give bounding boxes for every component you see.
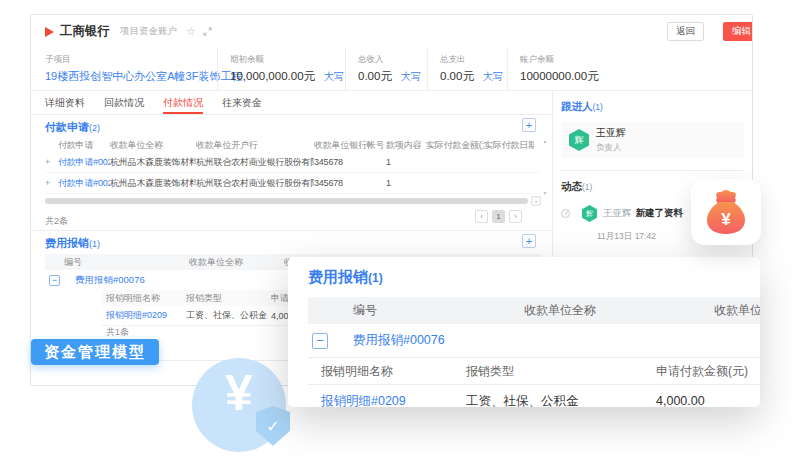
field-value: 0.00元大写 bbox=[440, 69, 497, 84]
follower-item[interactable]: 辉 王亚辉 负责人 bbox=[561, 122, 744, 158]
field-label: 账户余额 bbox=[520, 54, 599, 66]
collapse-row-icon[interactable]: − bbox=[49, 275, 60, 286]
field-value: 0.00元大写 bbox=[358, 69, 417, 84]
page: 工商银行 项目资金账户 ☆ 返回 编辑 子项目 19楼西投创智中心办公室A幢3F… bbox=[0, 0, 792, 459]
scrollbar-track[interactable] bbox=[45, 198, 528, 204]
back-button[interactable]: 返回 bbox=[667, 22, 704, 41]
col-header: 报销类型 bbox=[186, 292, 271, 305]
summary-field-project: 子项目 19楼西投创智中心办公室A幢3F装饰工程 bbox=[45, 48, 217, 90]
col-header: 报销类型 bbox=[466, 363, 656, 380]
caps-link[interactable]: 大写 bbox=[483, 71, 503, 82]
star-icon[interactable]: ☆ bbox=[186, 25, 196, 38]
popup-expense-row: − 费用报销#00076 bbox=[308, 324, 760, 357]
event-action: 新建了资料 bbox=[636, 207, 684, 220]
col-header: 收款单位全称 bbox=[110, 139, 196, 152]
field-value: 10000000.00元 bbox=[520, 69, 599, 84]
col-header: 实际付款日期 bbox=[484, 139, 534, 152]
account-summary: 子项目 19楼西投创智中心办公室A幢3F装饰工程 期初余额 10,000,000… bbox=[31, 48, 752, 91]
shield-check-icon: ✓ bbox=[256, 406, 290, 446]
table-header-row: 付款申请 收款单位全称 收款单位开户行 收款单位银行帐号 款项内容 实际付款金额… bbox=[45, 138, 541, 152]
payment-request-link[interactable]: 付款申请#00272 bbox=[58, 177, 110, 190]
horizontal-scrollbar[interactable]: › bbox=[45, 196, 541, 206]
expense-popup: 费用报销(1) 编号 收款单位全称 收款单位开户行 − 费用报销#00076 报… bbox=[288, 257, 760, 407]
detail-link[interactable]: 报销明细#0209 bbox=[308, 393, 466, 408]
payment-footer: 共2条 ‹ 1 › bbox=[45, 210, 538, 226]
section-title: 付款申请(2) bbox=[45, 120, 538, 136]
field-label: 子项目 bbox=[45, 54, 207, 66]
table-row: + 付款申请#00274 杭州品木森鹿装饰材料有限公司 杭州联合农村商业银行股份… bbox=[45, 152, 541, 173]
col-header: 收款单位银行帐号 bbox=[314, 139, 386, 152]
prev-page-button[interactable]: ‹ bbox=[475, 210, 488, 223]
col-header: 收款单位开户行 bbox=[196, 139, 314, 152]
tab-transactions[interactable]: 往来资金 bbox=[222, 91, 262, 114]
money-bag-icon: ¥ bbox=[703, 188, 749, 236]
col-header: 报销明细名称 bbox=[308, 363, 466, 380]
current-page[interactable]: 1 bbox=[492, 210, 505, 223]
popup-header-row: 编号 收款单位全称 收款单位开户行 bbox=[308, 297, 760, 324]
vertical-scrollbar[interactable]: ▲▼ bbox=[541, 138, 549, 196]
expense-link[interactable]: 费用报销#00076 bbox=[353, 332, 445, 349]
caps-link[interactable]: 大写 bbox=[324, 71, 344, 82]
col-header: 付款申请 bbox=[58, 139, 110, 152]
col-header: 编号 bbox=[332, 302, 524, 319]
model-label: 资金管理模型 bbox=[31, 339, 159, 365]
col-header: 实际付款金额(元) bbox=[426, 139, 484, 152]
col-header: 申请付款金额(元) bbox=[656, 363, 760, 380]
col-header: 编号 bbox=[59, 256, 189, 269]
brand-arrow-icon bbox=[45, 27, 54, 37]
page-title: 工商银行 bbox=[60, 23, 110, 40]
col-header: 收款单位全称 bbox=[524, 302, 714, 319]
tab-details[interactable]: 详细资料 bbox=[45, 91, 85, 114]
row-count: 共2条 bbox=[45, 216, 68, 226]
field-value: 10,000,000.00元大写 bbox=[230, 69, 335, 84]
breadcrumb: 项目资金账户 bbox=[120, 25, 177, 38]
project-link[interactable]: 19楼西投创智中心办公室A幢3F装饰工程 bbox=[45, 69, 207, 84]
expense-link[interactable]: 费用报销#00076 bbox=[65, 274, 145, 287]
add-payment-button[interactable]: + bbox=[522, 118, 536, 132]
avatar: 辉 bbox=[569, 129, 589, 151]
popup-detail-row: 报销明细#0209 工资、社保、公积金 4,000.00 bbox=[308, 385, 760, 407]
payment-request-link[interactable]: 付款申请#00274 bbox=[58, 156, 110, 169]
popup-title: 费用报销(1) bbox=[308, 268, 760, 287]
section-count: (2) bbox=[89, 123, 100, 133]
field-label: 期初余额 bbox=[230, 54, 335, 66]
scroll-right-icon[interactable]: › bbox=[531, 196, 541, 206]
add-expense-button[interactable]: + bbox=[522, 234, 536, 248]
field-label: 总收入 bbox=[358, 54, 417, 66]
money-bag-card: ¥ bbox=[691, 179, 761, 245]
payment-table: 付款申请 收款单位全称 收款单位开户行 收款单位银行帐号 款项内容 实际付款金额… bbox=[45, 138, 541, 194]
table-row: + 付款申请#00272 杭州品木森鹿装饰材料有限公司 杭州联合农村商业银行股份… bbox=[45, 173, 541, 194]
tab-receipts[interactable]: 回款情况 bbox=[104, 91, 144, 114]
col-header: 收款单位全称 bbox=[189, 256, 284, 269]
svg-text:¥: ¥ bbox=[721, 210, 731, 229]
col-header: 报销明细名称 bbox=[101, 292, 186, 305]
follower-block: 跟进人(1) 辉 王亚辉 负责人 bbox=[553, 91, 752, 171]
collapse-row-icon[interactable]: − bbox=[312, 333, 328, 349]
follower-title: 跟进人(1) bbox=[561, 100, 744, 114]
detail-link[interactable]: 报销明细#0209 bbox=[101, 309, 186, 322]
member-name: 王亚辉 bbox=[596, 126, 626, 140]
summary-field-balance: 账户余额 10000000.00元 bbox=[507, 48, 609, 90]
expand-row-icon[interactable]: + bbox=[45, 157, 58, 167]
avatar: 辉 bbox=[582, 205, 597, 222]
popup-detail-header-row: 报销明细名称 报销类型 申请付款金额(元) bbox=[308, 357, 760, 385]
edit-button[interactable]: 编辑 bbox=[723, 22, 753, 41]
summary-field-outcome: 总支出 0.00元大写 bbox=[427, 48, 507, 90]
topbar: 工商银行 项目资金账户 ☆ 返回 编辑 bbox=[31, 15, 752, 48]
summary-field-income: 总收入 0.00元大写 bbox=[345, 48, 427, 90]
currency-watermark: ¥ ✓ bbox=[192, 358, 286, 452]
col-header: 收款单位开户行 bbox=[714, 302, 760, 319]
pagination: ‹ 1 › bbox=[475, 210, 522, 223]
tab-payments[interactable]: 付款情况 bbox=[163, 91, 203, 114]
expand-row-icon[interactable]: + bbox=[45, 178, 58, 188]
event-actor: 王亚辉 bbox=[603, 207, 632, 220]
caps-link[interactable]: 大写 bbox=[401, 71, 421, 82]
col-header: 款项内容 bbox=[386, 139, 426, 152]
section-title: 费用报销(1) bbox=[45, 236, 538, 252]
member-role: 负责人 bbox=[596, 142, 626, 154]
next-page-button[interactable]: › bbox=[509, 210, 522, 223]
payment-request-section: 付款申请(2) + 付款申请 收款单位全称 收款单位开户行 收款单位银行帐号 款… bbox=[31, 115, 552, 226]
expand-icon[interactable] bbox=[203, 27, 212, 36]
clock-icon bbox=[561, 209, 570, 218]
section-count: (1) bbox=[89, 239, 100, 249]
